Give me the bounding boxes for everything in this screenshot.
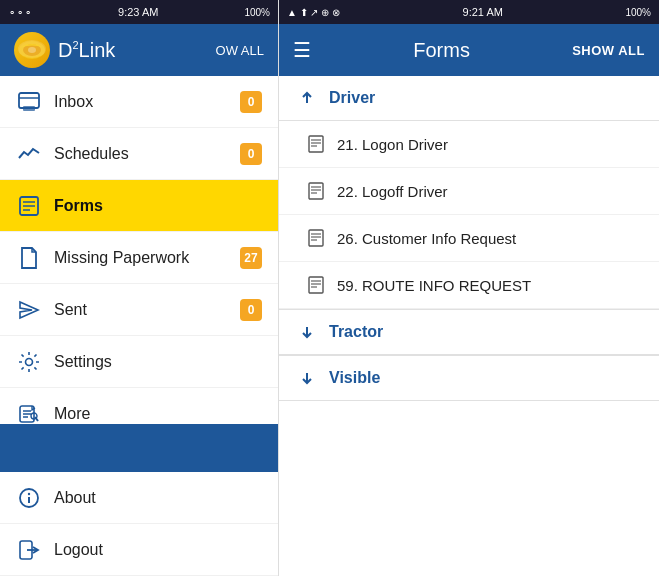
svg-rect-31 xyxy=(309,277,323,293)
forms-icon xyxy=(16,193,42,219)
sidebar-item-label-forms: Forms xyxy=(54,197,103,215)
inbox-icon xyxy=(16,89,42,115)
sidebar-item-label-settings: Settings xyxy=(54,353,112,371)
svg-marker-9 xyxy=(20,302,38,318)
right-panel: ▲ ⬆ ↗ ⊕ ⊗ 9:21 AM 100% ☰ Forms SHOW ALL … xyxy=(278,0,659,576)
form-icon-26 xyxy=(305,227,327,249)
time-left: 9:23 AM xyxy=(118,6,158,18)
sidebar-item-label-sent: Sent xyxy=(54,301,87,319)
app-header-left: D2Link OW ALL xyxy=(0,24,278,76)
sidebar-item-inbox[interactable]: Inbox 0 xyxy=(0,76,278,128)
nav-bottom-bar xyxy=(0,424,278,472)
left-panel: ⚬⚬⚬ 9:23 AM 100% D2Link OW ALL xyxy=(0,0,278,576)
svg-rect-19 xyxy=(309,136,323,152)
visible-collapse-icon xyxy=(295,366,319,390)
status-icons-right: ▲ ⬆ ↗ ⊕ ⊗ xyxy=(287,7,340,18)
logout-icon xyxy=(16,537,42,563)
app-logo xyxy=(14,32,50,68)
section-title-visible: Visible xyxy=(329,369,380,387)
form-icon-59 xyxy=(305,274,327,296)
driver-expand-icon xyxy=(295,86,319,110)
time-right: 9:21 AM xyxy=(463,6,503,18)
svg-rect-27 xyxy=(309,230,323,246)
inbox-badge: 0 xyxy=(240,91,262,113)
show-all-right[interactable]: SHOW ALL xyxy=(572,43,645,58)
sidebar-item-label-inbox: Inbox xyxy=(54,93,93,111)
sidebar-item-schedules[interactable]: Schedules 0 xyxy=(0,128,278,180)
settings-icon xyxy=(16,349,42,375)
sidebar-item-forms[interactable]: Forms xyxy=(0,180,278,232)
forms-list: Driver 21. Logon Driver xyxy=(279,76,659,576)
section-title-driver: Driver xyxy=(329,89,375,107)
schedules-icon xyxy=(16,141,42,167)
logo-area: D2Link xyxy=(14,32,115,68)
sidebar-item-label-more: More xyxy=(54,405,90,423)
svg-rect-23 xyxy=(309,183,323,199)
section-header-tractor[interactable]: Tractor xyxy=(279,310,659,355)
svg-point-2 xyxy=(28,47,36,53)
svg-rect-3 xyxy=(19,93,39,108)
about-icon xyxy=(16,485,42,511)
section-title-tractor: Tractor xyxy=(329,323,383,341)
missing-paperwork-badge: 27 xyxy=(240,247,262,269)
nav-list: Inbox 0 Schedules 0 Forms xyxy=(0,76,278,424)
form-icon-22 xyxy=(305,180,327,202)
footer-item-logout[interactable]: Logout xyxy=(0,524,278,576)
wifi-icon: ⚬⚬⚬ xyxy=(8,7,32,18)
forms-header-title: Forms xyxy=(413,39,470,62)
battery-left: 100% xyxy=(244,7,270,18)
form-label-21: 21. Logon Driver xyxy=(337,136,448,153)
form-label-22: 22. Logoff Driver xyxy=(337,183,448,200)
nav-footer: About Logout xyxy=(0,472,278,576)
sidebar-item-settings[interactable]: Settings xyxy=(0,336,278,388)
footer-item-about[interactable]: About xyxy=(0,472,278,524)
form-item-59[interactable]: 59. ROUTE INFO REQUEST xyxy=(279,262,659,309)
svg-point-1 xyxy=(23,44,41,56)
logo-svg xyxy=(17,39,47,61)
footer-label-about: About xyxy=(54,489,96,507)
form-item-22[interactable]: 22. Logoff Driver xyxy=(279,168,659,215)
show-all-left[interactable]: OW ALL xyxy=(216,43,264,58)
more-icon xyxy=(16,401,42,425)
form-item-21[interactable]: 21. Logon Driver xyxy=(279,121,659,168)
sidebar-item-label-schedules: Schedules xyxy=(54,145,129,163)
footer-label-logout: Logout xyxy=(54,541,103,559)
sent-icon xyxy=(16,297,42,323)
section-header-driver[interactable]: Driver xyxy=(279,76,659,121)
svg-rect-4 xyxy=(23,106,35,111)
section-header-visible[interactable]: Visible xyxy=(279,356,659,401)
svg-point-0 xyxy=(19,41,45,59)
battery-right: 100% xyxy=(625,7,651,18)
schedules-badge: 0 xyxy=(240,143,262,165)
form-label-59: 59. ROUTE INFO REQUEST xyxy=(337,277,531,294)
sidebar-item-sent[interactable]: Sent 0 xyxy=(0,284,278,336)
sidebar-item-more[interactable]: More xyxy=(0,388,278,424)
missing-paperwork-icon xyxy=(16,245,42,271)
sidebar-item-label-missing-paperwork: Missing Paperwork xyxy=(54,249,189,267)
hamburger-button[interactable]: ☰ xyxy=(293,38,311,62)
svg-point-10 xyxy=(26,358,33,365)
sidebar-item-missing-paperwork[interactable]: Missing Paperwork 27 xyxy=(0,232,278,284)
form-icon-21 xyxy=(305,133,327,155)
app-header-right: ☰ Forms SHOW ALL xyxy=(279,24,659,76)
svg-point-15 xyxy=(28,492,30,494)
status-bar-right: ▲ ⬆ ↗ ⊕ ⊗ 9:21 AM 100% xyxy=(279,0,659,24)
sent-badge: 0 xyxy=(240,299,262,321)
status-bar-left: ⚬⚬⚬ 9:23 AM 100% xyxy=(0,0,278,24)
tractor-collapse-icon xyxy=(295,320,319,344)
status-icons-left: ⚬⚬⚬ xyxy=(8,7,32,18)
app-title: D2Link xyxy=(58,39,115,62)
form-item-26[interactable]: 26. Customer Info Request xyxy=(279,215,659,262)
form-label-26: 26. Customer Info Request xyxy=(337,230,516,247)
